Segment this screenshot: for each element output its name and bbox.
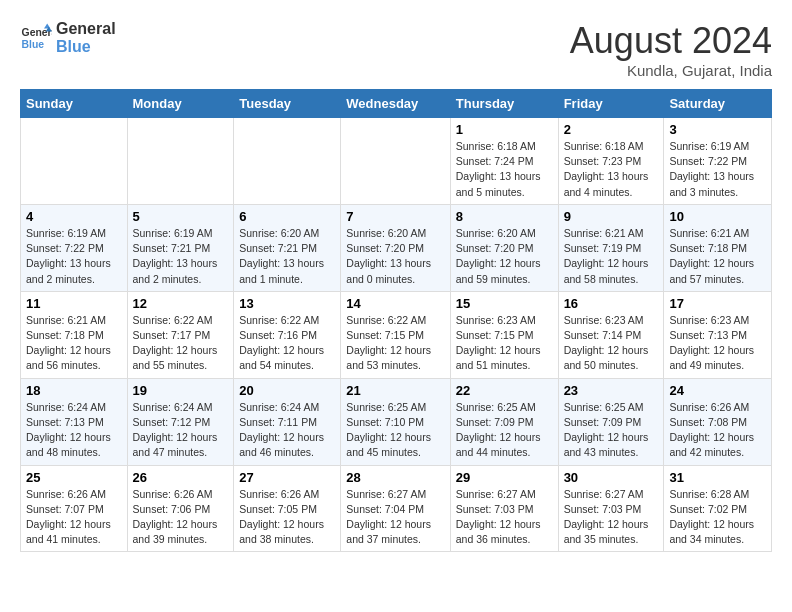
day-cell: 19Sunrise: 6:24 AMSunset: 7:12 PMDayligh… bbox=[127, 378, 234, 465]
header-wednesday: Wednesday bbox=[341, 90, 450, 118]
logo-line2: Blue bbox=[56, 38, 116, 56]
day-cell bbox=[234, 118, 341, 205]
day-number: 9 bbox=[564, 209, 659, 224]
day-cell: 8Sunrise: 6:20 AMSunset: 7:20 PMDaylight… bbox=[450, 204, 558, 291]
week-row-2: 4Sunrise: 6:19 AMSunset: 7:22 PMDaylight… bbox=[21, 204, 772, 291]
day-info: Sunrise: 6:27 AMSunset: 7:04 PMDaylight:… bbox=[346, 487, 444, 548]
day-cell: 17Sunrise: 6:23 AMSunset: 7:13 PMDayligh… bbox=[664, 291, 772, 378]
day-info: Sunrise: 6:21 AMSunset: 7:19 PMDaylight:… bbox=[564, 226, 659, 287]
day-cell: 3Sunrise: 6:19 AMSunset: 7:22 PMDaylight… bbox=[664, 118, 772, 205]
day-cell: 10Sunrise: 6:21 AMSunset: 7:18 PMDayligh… bbox=[664, 204, 772, 291]
day-info: Sunrise: 6:25 AMSunset: 7:09 PMDaylight:… bbox=[456, 400, 553, 461]
day-info: Sunrise: 6:25 AMSunset: 7:10 PMDaylight:… bbox=[346, 400, 444, 461]
header-tuesday: Tuesday bbox=[234, 90, 341, 118]
day-cell: 5Sunrise: 6:19 AMSunset: 7:21 PMDaylight… bbox=[127, 204, 234, 291]
day-info: Sunrise: 6:18 AMSunset: 7:23 PMDaylight:… bbox=[564, 139, 659, 200]
day-number: 10 bbox=[669, 209, 766, 224]
header-thursday: Thursday bbox=[450, 90, 558, 118]
day-number: 16 bbox=[564, 296, 659, 311]
week-row-4: 18Sunrise: 6:24 AMSunset: 7:13 PMDayligh… bbox=[21, 378, 772, 465]
day-number: 25 bbox=[26, 470, 122, 485]
day-number: 21 bbox=[346, 383, 444, 398]
day-number: 22 bbox=[456, 383, 553, 398]
day-cell bbox=[127, 118, 234, 205]
day-cell: 4Sunrise: 6:19 AMSunset: 7:22 PMDaylight… bbox=[21, 204, 128, 291]
day-number: 14 bbox=[346, 296, 444, 311]
week-row-3: 11Sunrise: 6:21 AMSunset: 7:18 PMDayligh… bbox=[21, 291, 772, 378]
day-number: 3 bbox=[669, 122, 766, 137]
day-number: 24 bbox=[669, 383, 766, 398]
day-number: 8 bbox=[456, 209, 553, 224]
day-cell: 12Sunrise: 6:22 AMSunset: 7:17 PMDayligh… bbox=[127, 291, 234, 378]
day-cell: 2Sunrise: 6:18 AMSunset: 7:23 PMDaylight… bbox=[558, 118, 664, 205]
calendar-header-row: SundayMondayTuesdayWednesdayThursdayFrid… bbox=[21, 90, 772, 118]
day-number: 5 bbox=[133, 209, 229, 224]
day-info: Sunrise: 6:25 AMSunset: 7:09 PMDaylight:… bbox=[564, 400, 659, 461]
day-cell: 25Sunrise: 6:26 AMSunset: 7:07 PMDayligh… bbox=[21, 465, 128, 552]
day-info: Sunrise: 6:20 AMSunset: 7:20 PMDaylight:… bbox=[456, 226, 553, 287]
day-info: Sunrise: 6:19 AMSunset: 7:21 PMDaylight:… bbox=[133, 226, 229, 287]
day-info: Sunrise: 6:28 AMSunset: 7:02 PMDaylight:… bbox=[669, 487, 766, 548]
day-info: Sunrise: 6:21 AMSunset: 7:18 PMDaylight:… bbox=[669, 226, 766, 287]
day-cell: 21Sunrise: 6:25 AMSunset: 7:10 PMDayligh… bbox=[341, 378, 450, 465]
day-info: Sunrise: 6:22 AMSunset: 7:16 PMDaylight:… bbox=[239, 313, 335, 374]
day-number: 30 bbox=[564, 470, 659, 485]
calendar-title: August 2024 bbox=[570, 20, 772, 62]
day-number: 26 bbox=[133, 470, 229, 485]
day-info: Sunrise: 6:24 AMSunset: 7:11 PMDaylight:… bbox=[239, 400, 335, 461]
day-info: Sunrise: 6:26 AMSunset: 7:08 PMDaylight:… bbox=[669, 400, 766, 461]
day-number: 11 bbox=[26, 296, 122, 311]
day-info: Sunrise: 6:19 AMSunset: 7:22 PMDaylight:… bbox=[669, 139, 766, 200]
calendar-table: SundayMondayTuesdayWednesdayThursdayFrid… bbox=[20, 89, 772, 552]
header-monday: Monday bbox=[127, 90, 234, 118]
day-number: 7 bbox=[346, 209, 444, 224]
week-row-5: 25Sunrise: 6:26 AMSunset: 7:07 PMDayligh… bbox=[21, 465, 772, 552]
svg-marker-2 bbox=[44, 24, 50, 29]
day-number: 4 bbox=[26, 209, 122, 224]
day-number: 29 bbox=[456, 470, 553, 485]
day-cell: 6Sunrise: 6:20 AMSunset: 7:21 PMDaylight… bbox=[234, 204, 341, 291]
day-cell: 24Sunrise: 6:26 AMSunset: 7:08 PMDayligh… bbox=[664, 378, 772, 465]
day-number: 2 bbox=[564, 122, 659, 137]
day-number: 31 bbox=[669, 470, 766, 485]
day-cell: 31Sunrise: 6:28 AMSunset: 7:02 PMDayligh… bbox=[664, 465, 772, 552]
day-number: 20 bbox=[239, 383, 335, 398]
day-number: 19 bbox=[133, 383, 229, 398]
day-number: 17 bbox=[669, 296, 766, 311]
day-info: Sunrise: 6:27 AMSunset: 7:03 PMDaylight:… bbox=[564, 487, 659, 548]
day-info: Sunrise: 6:23 AMSunset: 7:15 PMDaylight:… bbox=[456, 313, 553, 374]
header-sunday: Sunday bbox=[21, 90, 128, 118]
day-cell: 20Sunrise: 6:24 AMSunset: 7:11 PMDayligh… bbox=[234, 378, 341, 465]
day-cell: 13Sunrise: 6:22 AMSunset: 7:16 PMDayligh… bbox=[234, 291, 341, 378]
day-number: 18 bbox=[26, 383, 122, 398]
day-info: Sunrise: 6:26 AMSunset: 7:06 PMDaylight:… bbox=[133, 487, 229, 548]
day-number: 28 bbox=[346, 470, 444, 485]
day-cell: 9Sunrise: 6:21 AMSunset: 7:19 PMDaylight… bbox=[558, 204, 664, 291]
day-cell: 11Sunrise: 6:21 AMSunset: 7:18 PMDayligh… bbox=[21, 291, 128, 378]
day-number: 1 bbox=[456, 122, 553, 137]
day-info: Sunrise: 6:20 AMSunset: 7:20 PMDaylight:… bbox=[346, 226, 444, 287]
svg-text:Blue: Blue bbox=[22, 39, 45, 50]
header-saturday: Saturday bbox=[664, 90, 772, 118]
day-info: Sunrise: 6:26 AMSunset: 7:05 PMDaylight:… bbox=[239, 487, 335, 548]
day-cell: 23Sunrise: 6:25 AMSunset: 7:09 PMDayligh… bbox=[558, 378, 664, 465]
day-cell: 26Sunrise: 6:26 AMSunset: 7:06 PMDayligh… bbox=[127, 465, 234, 552]
day-cell bbox=[341, 118, 450, 205]
day-cell: 14Sunrise: 6:22 AMSunset: 7:15 PMDayligh… bbox=[341, 291, 450, 378]
day-cell: 18Sunrise: 6:24 AMSunset: 7:13 PMDayligh… bbox=[21, 378, 128, 465]
day-number: 6 bbox=[239, 209, 335, 224]
day-info: Sunrise: 6:20 AMSunset: 7:21 PMDaylight:… bbox=[239, 226, 335, 287]
logo-icon: General Blue bbox=[20, 22, 52, 54]
day-cell: 22Sunrise: 6:25 AMSunset: 7:09 PMDayligh… bbox=[450, 378, 558, 465]
week-row-1: 1Sunrise: 6:18 AMSunset: 7:24 PMDaylight… bbox=[21, 118, 772, 205]
day-info: Sunrise: 6:22 AMSunset: 7:15 PMDaylight:… bbox=[346, 313, 444, 374]
day-info: Sunrise: 6:27 AMSunset: 7:03 PMDaylight:… bbox=[456, 487, 553, 548]
day-cell: 1Sunrise: 6:18 AMSunset: 7:24 PMDaylight… bbox=[450, 118, 558, 205]
title-block: August 2024 Kundla, Gujarat, India bbox=[570, 20, 772, 79]
page-header: General Blue General Blue August 2024 Ku… bbox=[20, 20, 772, 79]
day-cell: 30Sunrise: 6:27 AMSunset: 7:03 PMDayligh… bbox=[558, 465, 664, 552]
day-number: 13 bbox=[239, 296, 335, 311]
logo: General Blue General Blue bbox=[20, 20, 116, 56]
day-info: Sunrise: 6:24 AMSunset: 7:13 PMDaylight:… bbox=[26, 400, 122, 461]
day-number: 15 bbox=[456, 296, 553, 311]
